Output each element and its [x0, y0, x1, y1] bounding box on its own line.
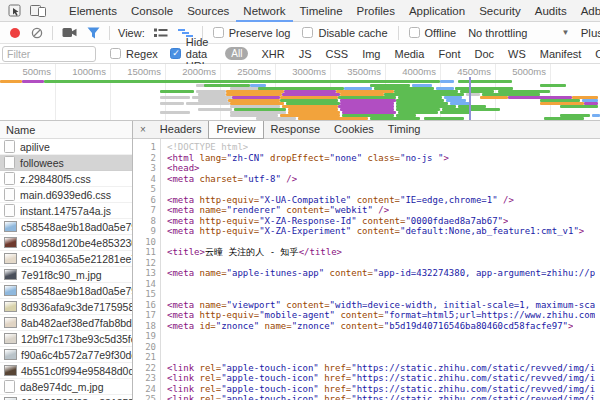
network-filter-bar: Regex Hide data URLs AllXHRJSCSSImgMedia…: [0, 44, 600, 64]
requests-sidebar: Name apilivefolloweesz.298480f5.cssmain.…: [0, 121, 133, 400]
request-row-c08958d120be4e853230649[interactable]: c08958d120be4e853230649...: [0, 235, 132, 251]
line-number: 2: [133, 153, 161, 164]
code-line-content: <html lang="zh-CN" dropEffect="none" cla…: [161, 153, 449, 164]
close-details-icon[interactable]: ×: [133, 124, 153, 135]
code-line-content: [161, 342, 167, 353]
filter-type-xhr[interactable]: XHR: [261, 48, 284, 60]
line-number: 9: [133, 226, 161, 237]
tab-console[interactable]: Console: [124, 0, 180, 22]
tab-elements[interactable]: Elements: [62, 0, 124, 22]
timeline-overview[interactable]: 500ms1000ms1500ms2000ms2500ms3000ms3500m…: [0, 64, 600, 121]
requests-name-column-header[interactable]: Name: [0, 121, 132, 139]
line-number: 1: [133, 142, 161, 153]
preserve-log-checkbox[interactable]: Preserve log: [213, 27, 291, 39]
tab-sources[interactable]: Sources: [180, 0, 236, 22]
regex-checkbox[interactable]: Regex: [110, 48, 158, 60]
request-row-z-298480f5-css[interactable]: z.298480f5.css: [0, 171, 132, 187]
checkbox-icon[interactable]: [213, 27, 224, 38]
filter-type-manifest[interactable]: Manifest: [540, 48, 582, 60]
request-row-8d936afa9c3de7175958fae5[interactable]: 8d936afa9c3de7175958fae5...: [0, 299, 132, 315]
request-row-c58548ae9b18ad0a5e79fe4e[interactable]: c58548ae9b18ad0a5e79fe4e...: [0, 219, 132, 235]
filter-type-img[interactable]: Img: [362, 48, 380, 60]
details-tabs: HeadersPreviewResponseCookiesTiming: [153, 121, 428, 139]
filter-type-js[interactable]: JS: [299, 48, 312, 60]
waterfall-bar: [160, 102, 184, 105]
details-tab-cookies[interactable]: Cookies: [327, 121, 381, 139]
waterfall-bar: [298, 117, 368, 120]
request-row-4b551c0f994e95848d0dda09[interactable]: 4b551c0f994e95848d0dda09...: [0, 363, 132, 379]
throttling-dropdown-arrow-icon[interactable]: ▼: [561, 28, 569, 37]
image-thumbnail-icon: [4, 285, 17, 296]
request-row-8ab482aef38ed7fab8bd4314[interactable]: 8ab482aef38ed7fab8bd4314...: [0, 315, 132, 331]
request-row-c58548ae9b18ad0a5e79fe4e[interactable]: c58548ae9b18ad0a5e79fe4e...: [0, 283, 132, 299]
filter-type-media[interactable]: Media: [394, 48, 424, 60]
request-row-instant-14757a4a-js[interactable]: instant.14757a4a.js: [0, 203, 132, 219]
request-row-followees[interactable]: followees: [0, 155, 132, 171]
request-name: 7e91f8c90_m.jpg: [21, 269, 102, 281]
filmstrip-capture-icon[interactable]: [62, 27, 77, 38]
request-row-apilive[interactable]: apilive: [0, 139, 132, 155]
request-name: 12b9f7c173be93c5d35fea2d...: [21, 333, 132, 345]
filter-type-doc[interactable]: Doc: [474, 48, 494, 60]
waterfall-bar: [186, 102, 230, 105]
record-network-log-icon[interactable]: [9, 27, 21, 39]
details-tab-bar: × HeadersPreviewResponseCookiesTiming: [133, 121, 600, 139]
code-line-content: [161, 352, 167, 363]
line-number: 12: [133, 258, 161, 269]
line-number: 13: [133, 268, 161, 279]
code-line-content: [161, 184, 167, 195]
view-list-icon[interactable]: [154, 27, 168, 39]
details-tab-timing[interactable]: Timing: [381, 121, 428, 139]
checkbox-icon[interactable]: [110, 48, 121, 59]
tab-security[interactable]: Security: [472, 0, 528, 22]
waterfall-bar: [198, 108, 232, 111]
tab-application[interactable]: Application: [402, 0, 472, 22]
request-row-ec1940365a5e21281ee71856[interactable]: ec1940365a5e21281ee71856...: [0, 251, 132, 267]
tab-adblock-plus[interactable]: Adblock Plus: [574, 0, 600, 22]
request-row-604859508f08ec8313572f0e7[interactable]: 604859508f08ec8313572f0e7...: [0, 395, 132, 400]
image-thumbnail-icon: [4, 301, 17, 312]
request-row-main-d6939ed6-css[interactable]: main.d6939ed6.css: [0, 187, 132, 203]
image-thumbnail-icon: [4, 317, 17, 328]
filter-input[interactable]: [2, 46, 96, 62]
details-tab-preview[interactable]: Preview: [208, 121, 263, 139]
waterfall-bar: [160, 96, 190, 99]
checkbox-checked-icon[interactable]: [170, 48, 181, 59]
code-line: 21: [133, 352, 600, 363]
line-number: 6: [133, 195, 161, 206]
timeline-tick-label: 5000ms: [490, 66, 546, 77]
document-icon: [4, 140, 15, 153]
code-line: 6<meta http-equiv="X-UA-Compatible" cont…: [133, 195, 600, 206]
tab-timeline[interactable]: Timeline: [293, 0, 350, 22]
disable-cache-checkbox[interactable]: Disable cache: [302, 27, 387, 39]
tab-network[interactable]: Network: [236, 0, 292, 22]
filter-type-font[interactable]: Font: [438, 48, 460, 60]
filter-type-all[interactable]: All: [225, 47, 248, 60]
device-toolbar-icon[interactable]: [30, 4, 46, 17]
tab-audits[interactable]: Audits: [528, 0, 574, 22]
details-tab-response[interactable]: Response: [264, 121, 328, 139]
request-name: main.d6939ed6.css: [20, 189, 111, 201]
offline-checkbox[interactable]: Offline: [409, 27, 457, 39]
filter-type-css[interactable]: CSS: [326, 48, 349, 60]
filter-funnel-icon[interactable]: [87, 27, 100, 39]
checkbox-icon[interactable]: [409, 27, 420, 38]
line-number: 4: [133, 174, 161, 185]
request-row-da8e974dc-m-jpg[interactable]: da8e974dc_m.jpg: [0, 379, 132, 395]
tab-profiles[interactable]: Profiles: [350, 0, 402, 22]
code-line-content: <title>云曈 关注的人 - 知乎</title>: [161, 247, 342, 258]
request-row-f90a6c4b572a77e9f30de153[interactable]: f90a6c4b572a77e9f30de153...: [0, 347, 132, 363]
clear-network-log-icon[interactable]: [31, 27, 43, 39]
details-tab-headers[interactable]: Headers: [153, 121, 209, 139]
filter-type-ws[interactable]: WS: [508, 48, 526, 60]
line-number: 24: [133, 384, 161, 395]
throttling-select[interactable]: No throttling: [468, 27, 527, 39]
code-line-content: <meta http-equiv="X-ZA-Response-Id" cont…: [161, 216, 508, 227]
waterfall-bar: [592, 114, 600, 117]
checkbox-icon[interactable]: [302, 27, 313, 38]
request-row-12b9f7c173be93c5d35fea2d[interactable]: 12b9f7c173be93c5d35fea2d...: [0, 331, 132, 347]
filter-type-other[interactable]: Other: [595, 48, 600, 60]
disable-cache-label: Disable cache: [318, 27, 387, 39]
request-row-7e91f8c90-m-jpg[interactable]: 7e91f8c90_m.jpg: [0, 267, 132, 283]
inspect-element-icon[interactable]: [8, 4, 22, 18]
